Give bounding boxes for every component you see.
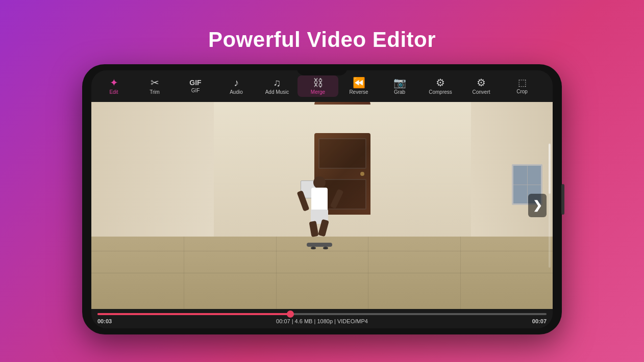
tool-trim[interactable]: ✂ Trim (134, 75, 175, 97)
tool-add-music-label: Add Music (265, 89, 289, 95)
video-area: ❯ (91, 102, 553, 309)
bottom-controls: 00:03 00:07 | 4.6 MB | 1080p | VIDEO/MP4… (91, 309, 553, 328)
tool-convert-label: Convert (472, 89, 490, 95)
time-row: 00:03 00:07 | 4.6 MB | 1080p | VIDEO/MP4… (97, 318, 547, 324)
skateboard (307, 243, 332, 247)
scroll-indicator (549, 143, 551, 268)
tool-compress-label: Compress (429, 89, 452, 95)
tool-crop[interactable]: ⬚ Crop (502, 76, 542, 96)
tool-grab-label: Grab (394, 89, 405, 95)
phone-screen: ✦ Edit ✂ Trim GIF GIF ♪ Audio ♫ Add Musi… (91, 70, 553, 328)
tool-audio-label: Audio (230, 89, 243, 95)
trim-icon: ✂ (151, 77, 159, 88)
tool-trim-label: Trim (150, 89, 160, 95)
convert-icon: ⚙ (477, 77, 486, 88)
total-time: 00:07 (532, 318, 547, 324)
tool-compress[interactable]: ⚙ Compress (420, 75, 461, 97)
tool-gif[interactable]: GIF GIF (175, 77, 216, 95)
audio-icon: ♪ (234, 77, 239, 88)
tool-reverse[interactable]: ⏪ Reverse (338, 75, 379, 97)
ground (91, 237, 553, 309)
crop-icon: ⬚ (518, 78, 527, 87)
tool-grab[interactable]: 📷 Grab (379, 75, 420, 97)
tool-gif-label: GIF (191, 88, 200, 93)
video-scene: ❯ (91, 102, 553, 309)
merge-icon: ⛓ (313, 77, 323, 88)
person-head (313, 176, 326, 189)
reverse-icon: ⏪ (353, 77, 365, 88)
tool-edit[interactable]: ✦ Edit (93, 75, 134, 97)
tool-merge[interactable]: ⛓ Merge (298, 75, 338, 97)
tool-reverse-label: Reverse (349, 89, 368, 95)
gif-icon: GIF (189, 79, 201, 86)
tool-audio[interactable]: ♪ Audio (216, 75, 257, 97)
person-arm-left (296, 190, 309, 212)
page-title: Powerful Video Editor (208, 28, 436, 52)
phone-side-button (561, 184, 564, 215)
door-arch (314, 102, 370, 105)
compress-icon: ⚙ (436, 77, 445, 88)
phone-notch (296, 64, 348, 75)
scroll-thumb (549, 144, 551, 193)
tool-crop-label: Crop (516, 89, 528, 94)
wall-center (214, 102, 471, 257)
tool-edit-label: Edit (109, 89, 118, 95)
tool-merge-label: Merge (311, 89, 325, 95)
grab-icon: 📷 (393, 77, 406, 88)
progress-thumb[interactable] (287, 311, 294, 318)
video-info: 00:07 | 4.6 MB | 1080p | VIDEO/MP4 (276, 318, 368, 324)
person-body (299, 176, 340, 243)
progress-bar[interactable] (97, 313, 547, 315)
current-time: 00:03 (97, 318, 112, 324)
skateboarder (299, 176, 340, 243)
tool-convert[interactable]: ⚙ Convert (461, 75, 502, 97)
edit-icon: ✦ (110, 77, 118, 88)
phone-shell: ✦ Edit ✂ Trim GIF GIF ♪ Audio ♫ Add Musi… (82, 64, 562, 334)
add-music-icon: ♫ (274, 77, 281, 88)
next-button[interactable]: ❯ (528, 194, 547, 217)
tool-add-music[interactable]: ♫ Add Music (257, 75, 298, 97)
progress-fill (97, 313, 290, 315)
